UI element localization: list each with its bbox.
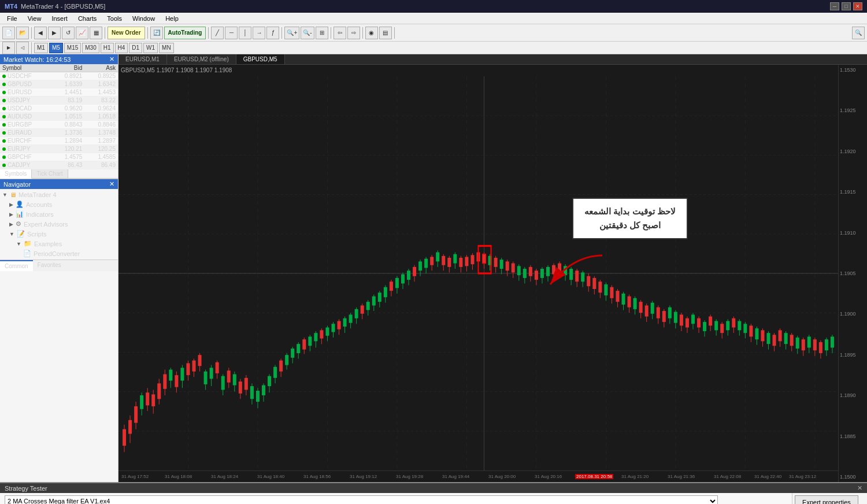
status-dot <box>2 123 6 127</box>
next-btn[interactable]: ▶ <box>48 27 61 39</box>
mw-symbol: GBPUSD <box>0 80 51 88</box>
nav-scripts[interactable]: ▼ 📝 Scripts <box>0 229 118 239</box>
nav-period-converter[interactable]: 📄 PeriodConverter <box>0 249 118 258</box>
fib-btn[interactable]: ƒ <box>266 27 279 39</box>
tb-arrow-right[interactable]: ◁ <box>16 42 29 54</box>
restore-button[interactable]: □ <box>842 2 851 10</box>
zoom-in-btn[interactable]: 🔍+ <box>284 27 299 39</box>
tf-mn[interactable]: MN <box>159 43 174 53</box>
menu-file[interactable]: File <box>2 14 22 23</box>
tf-h4[interactable]: H4 <box>115 43 128 53</box>
market-watch-row[interactable]: CADJPY 86.43 86.49 <box>0 161 118 169</box>
mw-ask: 83.22 <box>84 97 118 105</box>
tf-m5[interactable]: M5 <box>49 43 63 53</box>
nav-expert-advisors[interactable]: ▶ ⚙ Expert Advisors <box>0 219 118 229</box>
mw-ask: 86.49 <box>84 161 118 169</box>
market-watch-row[interactable]: AUDUSD 1.0515 1.0518 <box>0 113 118 121</box>
market-watch-row[interactable]: EURAUD 1.3736 1.3748 <box>0 129 118 137</box>
open-btn[interactable]: 📂 <box>16 27 29 39</box>
tab-symbols[interactable]: Symbols <box>0 169 32 179</box>
menu-insert[interactable]: Insert <box>47 14 72 23</box>
chart-tab-eurusd-m2[interactable]: EURUSD,M2 (offline) <box>167 54 236 64</box>
price-scale: 1.1530 1.1925 1.1920 1.1915 1.1910 1.190… <box>838 65 867 482</box>
zoom-out-btn[interactable]: 🔍- <box>301 27 314 39</box>
menu-charts[interactable]: Charts <box>73 14 101 23</box>
market-watch: Market Watch: 16:24:53 ✕ Symbol Bid Ask … <box>0 54 118 179</box>
new-btn[interactable]: 📄 <box>2 27 15 39</box>
vline-btn[interactable]: │ <box>239 27 251 39</box>
tf-h1[interactable]: H1 <box>101 43 114 53</box>
arrow-btn[interactable]: → <box>253 27 265 39</box>
svg-rect-155 <box>506 261 509 270</box>
market-watch-row[interactable]: EURCHF 1.2894 1.2897 <box>0 137 118 145</box>
bar-chart-btn[interactable]: ▦ <box>90 27 102 39</box>
market-watch-row[interactable]: USDCHF 0.8921 0.8925 <box>0 72 118 80</box>
market-watch-row[interactable]: EURGBP 0.8843 0.8846 <box>0 121 118 129</box>
tab-common[interactable]: Common <box>0 260 33 271</box>
svg-rect-109 <box>372 297 376 306</box>
auto-trading-button[interactable]: AutoTrading <box>164 27 206 39</box>
hline-btn[interactable]: ─ <box>225 27 238 39</box>
prev-btn[interactable]: ◀ <box>34 27 47 39</box>
scroll-left-btn[interactable]: ⇦ <box>334 27 346 39</box>
tf-m15[interactable]: M15 <box>64 43 81 53</box>
market-watch-row[interactable]: EURJPY 120.21 120.25 <box>0 145 118 153</box>
fit-btn[interactable]: ⊞ <box>316 27 328 39</box>
scroll-right-btn[interactable]: ⇨ <box>347 27 360 39</box>
tb-arrow-left[interactable]: ▶ <box>2 42 15 54</box>
refresh-btn[interactable]: ↺ <box>62 27 75 39</box>
mw-bid: 86.43 <box>51 161 85 169</box>
tf-m1[interactable]: M1 <box>34 43 48 53</box>
mw-ask: 0.8925 <box>84 72 118 80</box>
svg-rect-199 <box>633 298 637 309</box>
chart-btn[interactable]: 📈 <box>76 27 88 39</box>
market-watch-row[interactable]: GBPUSD 1.6339 1.6342 <box>0 80 118 88</box>
close-button[interactable]: ✕ <box>853 2 862 10</box>
svg-rect-55 <box>216 362 219 373</box>
chart-tab-gbpusd-m5[interactable]: GBPUSD,M5 <box>236 54 285 64</box>
strategy-tester-title: Strategy Tester <box>5 485 47 492</box>
st-header-close[interactable]: ✕ <box>857 484 862 492</box>
tf-w1[interactable]: W1 <box>143 43 158 53</box>
new-order-button[interactable]: New Order <box>108 27 145 39</box>
template-btn[interactable]: ▤ <box>379 27 392 39</box>
chart-tab-eurusd-m1[interactable]: EURUSD,M1 <box>118 54 167 64</box>
svg-rect-147 <box>483 254 486 264</box>
search-btn[interactable]: 🔍 <box>852 27 865 39</box>
nav-indicators[interactable]: ▶ 📊 Indicators <box>0 209 118 219</box>
market-watch-close[interactable]: ✕ <box>109 55 114 63</box>
mw-ask: 0.8846 <box>84 121 118 129</box>
expert-properties-button[interactable]: Expert properties <box>795 495 858 504</box>
nav-metatrader4[interactable]: ▼ 🖥 MetaTrader 4 <box>0 190 118 199</box>
minimize-button[interactable]: ─ <box>830 2 839 10</box>
market-watch-row[interactable]: EURUSD 1.4451 1.4453 <box>0 88 118 97</box>
menu-tools[interactable]: Tools <box>102 14 127 23</box>
menu-view[interactable]: View <box>23 14 46 23</box>
market-watch-row[interactable]: USDCAD 0.9620 0.9624 <box>0 105 118 113</box>
market-watch-row[interactable]: USDJPY 83.19 83.22 <box>0 97 118 105</box>
nav-examples[interactable]: ▼ 📁 Examples <box>0 239 118 249</box>
tab-tick-chart[interactable]: Tick Chart <box>32 169 68 178</box>
svg-rect-49 <box>198 355 202 366</box>
tf-m30[interactable]: M30 <box>82 43 99 53</box>
price-3: 1.1920 <box>840 149 866 154</box>
svg-rect-257 <box>802 339 805 350</box>
auto-trading-icon[interactable]: 🔄 <box>150 27 163 39</box>
tab-favorites[interactable]: Favorites <box>33 260 66 271</box>
titlebar-controls[interactable]: ─ □ ✕ <box>830 2 862 10</box>
svg-rect-213 <box>674 312 677 323</box>
svg-rect-43 <box>180 368 184 380</box>
menu-window[interactable]: Window <box>128 14 160 23</box>
market-watch-row[interactable]: GBPCHF 1.4575 1.4585 <box>0 153 118 161</box>
line-btn[interactable]: ╱ <box>211 27 224 39</box>
svg-rect-221 <box>697 318 701 328</box>
navigator-close[interactable]: ✕ <box>109 180 114 188</box>
menu-help[interactable]: Help <box>161 14 183 23</box>
ea-dropdown[interactable]: 2 MA Crosses Mega filter EA V1.ex4 <box>5 495 718 504</box>
status-dot <box>2 91 6 94</box>
mw-ask: 120.25 <box>84 145 118 153</box>
indicator-btn[interactable]: ◉ <box>365 27 378 39</box>
nav-accounts[interactable]: ▶ 👤 Accounts <box>0 199 118 209</box>
svg-rect-51 <box>204 372 208 384</box>
tf-d1[interactable]: D1 <box>129 43 142 53</box>
